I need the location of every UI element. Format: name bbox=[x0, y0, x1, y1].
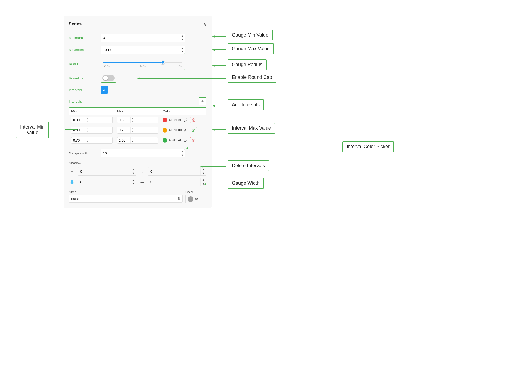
annotation-gauge-width: Gauge Width bbox=[228, 178, 264, 189]
annotation-gauge-radius: Gauge Radius bbox=[228, 59, 267, 70]
shadow-spread-input[interactable] bbox=[148, 178, 200, 185]
interval-1-min-up[interactable]: ▲ bbox=[85, 117, 89, 120]
shadow-color-picker-icon[interactable]: ✏ bbox=[195, 197, 199, 202]
interval-2-min-cell: ▲ ▼ bbox=[69, 125, 115, 135]
minimum-spin-down[interactable]: ▼ bbox=[179, 38, 185, 42]
interval-1-max-up[interactable]: ▲ bbox=[131, 117, 135, 120]
interval-1-min-input[interactable] bbox=[71, 117, 85, 123]
shadow-label: Shadow bbox=[69, 161, 206, 165]
header-max: Max bbox=[115, 108, 161, 115]
style-select-wrap[interactable]: outset ⇅ bbox=[69, 195, 183, 203]
interval-2-max-down[interactable]: ▼ bbox=[131, 130, 135, 133]
gauge-width-input-wrap: ▲ ▼ bbox=[101, 149, 185, 158]
interval-3-color-picker-button[interactable]: 🖊 bbox=[184, 138, 188, 143]
gauge-width-spinners: ▲ ▼ bbox=[179, 149, 185, 157]
style-label: Style bbox=[69, 190, 183, 194]
slider-label-25: 25% bbox=[104, 64, 110, 67]
annotation-enable-round-cap: Enable Round Cap bbox=[228, 72, 276, 83]
annotation-gauge-max: Gauge Max Value bbox=[228, 43, 274, 54]
interval-3-max-down[interactable]: ▼ bbox=[131, 140, 135, 143]
interval-1-max-down[interactable]: ▼ bbox=[131, 120, 135, 123]
interval-2-min-down[interactable]: ▼ bbox=[85, 130, 89, 133]
round-cap-toggle-border bbox=[101, 74, 116, 83]
gauge-width-spin-up[interactable]: ▲ bbox=[179, 149, 185, 153]
interval-2-max-up[interactable]: ▲ bbox=[131, 127, 135, 130]
intervals-table-header: Min Max Color bbox=[69, 108, 206, 115]
slider-label-50: 50% bbox=[140, 64, 146, 67]
interval-row-3: ▲ ▼ ▲ ▼ #37B24D bbox=[69, 135, 206, 145]
main-panel: Series ∧ Minimum ▲ ▼ Maximum ▲ ▼ bbox=[64, 16, 212, 208]
interval-1-max-input[interactable] bbox=[117, 117, 130, 123]
radius-slider-track[interactable] bbox=[103, 62, 182, 63]
minimum-spin-up[interactable]: ▲ bbox=[179, 34, 185, 38]
header-color: Color bbox=[160, 108, 206, 115]
shadow-h-up[interactable]: ▲ bbox=[130, 167, 136, 171]
intervals-checkbox[interactable]: ✓ bbox=[101, 86, 108, 94]
minimum-input-wrap: ▲ ▼ bbox=[101, 34, 185, 42]
interval-2-min-up[interactable]: ▲ bbox=[85, 127, 89, 130]
radius-row: Radius 25% 50% 75% bbox=[69, 58, 206, 70]
annotation-interval-min: Interval Min Value bbox=[16, 122, 49, 138]
gauge-width-spin-down[interactable]: ▼ bbox=[179, 153, 185, 157]
shadow-horizontal-input[interactable] bbox=[78, 168, 130, 175]
minimum-label: Minimum bbox=[69, 36, 98, 40]
interval-2-min-input[interactable] bbox=[71, 127, 85, 133]
interval-3-max-wrap: ▲ ▼ bbox=[117, 137, 159, 144]
interval-3-min-up[interactable]: ▲ bbox=[85, 137, 89, 140]
collapse-icon[interactable]: ∧ bbox=[203, 21, 206, 27]
shadow-color-swatch[interactable]: ✏ bbox=[185, 195, 206, 203]
shadow-blur-down[interactable]: ▼ bbox=[130, 182, 136, 186]
interval-1-delete-button[interactable]: 🗑 bbox=[190, 117, 197, 123]
shadow-spread-up[interactable]: ▲ bbox=[201, 178, 206, 182]
interval-1-color-picker-button[interactable]: 🖊 bbox=[184, 117, 188, 123]
interval-3-max-input[interactable] bbox=[117, 137, 130, 143]
header-min: Min bbox=[69, 108, 115, 115]
minimum-input[interactable] bbox=[101, 34, 179, 41]
maximum-spin-down[interactable]: ▼ bbox=[179, 50, 185, 54]
blur-shadow-icon: 💧 bbox=[69, 179, 75, 184]
round-cap-row: Round cap bbox=[69, 74, 206, 83]
interval-2-delete-button[interactable]: 🗑 bbox=[190, 127, 197, 133]
add-intervals-button[interactable]: + bbox=[199, 97, 206, 105]
shadow-blur-up[interactable]: ▲ bbox=[130, 178, 136, 182]
vertical-shadow-icon: ↕ bbox=[139, 169, 145, 174]
radius-slider-thumb[interactable] bbox=[161, 61, 165, 64]
interval-3-min-down[interactable]: ▼ bbox=[85, 140, 89, 143]
gauge-width-row: Gauge width ▲ ▼ bbox=[69, 149, 206, 158]
gauge-width-input[interactable] bbox=[101, 150, 179, 157]
interval-row-2: ▲ ▼ ▲ ▼ #F59F00 bbox=[69, 125, 206, 135]
style-chevron-icon: ⇅ bbox=[178, 197, 180, 200]
shadow-blur-wrap: ▲ ▼ bbox=[78, 178, 136, 186]
shadow-v-down[interactable]: ▼ bbox=[201, 171, 206, 175]
shadow-blur-input[interactable] bbox=[78, 178, 130, 185]
maximum-input[interactable] bbox=[101, 46, 179, 53]
svg-marker-13 bbox=[212, 129, 215, 131]
interval-2-color-circle bbox=[163, 128, 167, 133]
minimum-spinners: ▲ ▼ bbox=[179, 34, 185, 42]
intervals-checkbox-row: Intervals ✓ bbox=[69, 86, 206, 94]
interval-1-min-wrap: ▲ ▼ bbox=[71, 117, 113, 123]
shadow-vertical-input[interactable] bbox=[148, 168, 200, 175]
interval-row-1: ▲ ▼ ▲ ▼ #F03E3E bbox=[69, 115, 206, 125]
shadow-section: Shadow ↔ ▲ ▼ ↕ ▲ ▼ bbox=[69, 161, 206, 186]
shadow-v-up[interactable]: ▲ bbox=[201, 167, 206, 171]
interval-3-min-wrap: ▲ ▼ bbox=[71, 137, 113, 144]
radius-slider-wrap: 25% 50% 75% bbox=[101, 58, 185, 70]
shadow-spread-down[interactable]: ▼ bbox=[201, 182, 206, 186]
interval-1-min-down[interactable]: ▼ bbox=[85, 120, 89, 123]
interval-2-color-picker-button[interactable]: 🖊 bbox=[183, 127, 188, 133]
interval-3-max-cell: ▲ ▼ bbox=[115, 135, 161, 145]
interval-3-max-up[interactable]: ▲ bbox=[131, 137, 135, 140]
interval-3-delete-button[interactable]: 🗑 bbox=[190, 137, 197, 143]
shadow-h-down[interactable]: ▼ bbox=[130, 171, 136, 175]
interval-1-color-cell: #F03E3E 🖊 🗑 bbox=[160, 115, 206, 125]
maximum-spin-up[interactable]: ▲ bbox=[179, 46, 185, 50]
svg-marker-1 bbox=[212, 35, 215, 38]
shadow-vertical-wrap: ▲ ▼ bbox=[148, 167, 206, 176]
interval-3-min-input[interactable] bbox=[71, 137, 85, 143]
intervals-checkbox-label: Intervals bbox=[69, 88, 98, 92]
shadow-row-1: ↔ ▲ ▼ ↕ ▲ ▼ bbox=[69, 167, 206, 176]
round-cap-toggle[interactable] bbox=[102, 75, 115, 81]
interval-2-max-input[interactable] bbox=[117, 127, 130, 133]
spread-shadow-icon: ▬ bbox=[139, 180, 145, 184]
